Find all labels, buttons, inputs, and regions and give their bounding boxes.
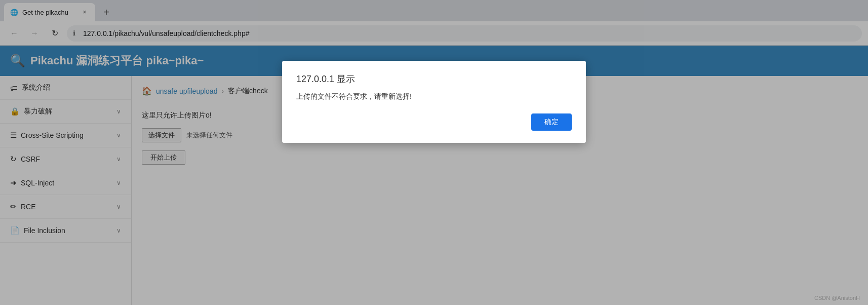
- alert-confirm-button[interactable]: 确定: [531, 113, 572, 131]
- page-content: 🔍 Pikachu 漏洞练习平台 pika~pika~ 🏷 系统介绍 🔒 暴力破…: [0, 46, 868, 305]
- alert-title: 127.0.0.1 显示: [296, 73, 572, 85]
- alert-footer: 确定: [296, 113, 572, 131]
- alert-overlay: 127.0.0.1 显示 上传的文件不符合要求，请重新选择! 确定: [0, 46, 868, 305]
- alert-box: 127.0.0.1 显示 上传的文件不符合要求，请重新选择! 确定: [282, 61, 586, 143]
- alert-message: 上传的文件不符合要求，请重新选择!: [296, 92, 572, 101]
- browser-window: 🌐 Get the pikachu × + ← → ↻ ℹ 🔍 Pikachu …: [0, 0, 868, 305]
